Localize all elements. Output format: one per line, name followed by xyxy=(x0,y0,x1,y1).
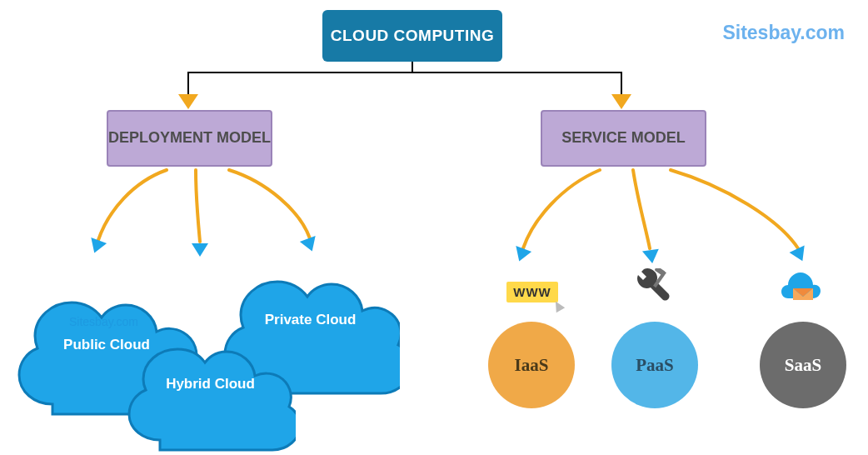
root-title: CLOUD COMPUTING xyxy=(331,28,494,45)
watermark: Sitesbay.com xyxy=(722,22,845,44)
paas-node: PaaS xyxy=(611,322,698,408)
arrowhead-icon xyxy=(611,94,631,109)
service-model-node: SERVICE MODEL xyxy=(541,110,706,167)
connector-line xyxy=(187,72,622,73)
arrowhead-blue-icon xyxy=(642,249,661,265)
deployment-model-node: DEPLOYMENT MODEL xyxy=(107,110,272,167)
paas-label: PaaS xyxy=(636,355,674,376)
cursor-icon xyxy=(551,298,565,312)
service-label: SERVICE MODEL xyxy=(561,130,686,147)
sub-watermark: Sitesbay.com xyxy=(69,315,138,328)
iaas-label: IaaS xyxy=(515,355,549,376)
arrowhead-blue-icon xyxy=(511,246,531,264)
arrowhead-blue-icon xyxy=(87,238,107,256)
arrowhead-blue-icon xyxy=(300,236,320,254)
arrowhead-blue-icon xyxy=(192,243,208,257)
deployment-label: DEPLOYMENT MODEL xyxy=(108,130,271,147)
hybrid-cloud-node: Hybrid Cloud xyxy=(125,333,296,454)
tools-icon xyxy=(633,268,675,307)
connector-line xyxy=(621,72,622,97)
saas-label: SaaS xyxy=(785,355,821,376)
hybrid-cloud-label: Hybrid Cloud xyxy=(125,377,296,392)
connector-line xyxy=(187,72,189,97)
www-icon: WWW xyxy=(500,277,565,307)
private-cloud-label: Private Cloud xyxy=(221,312,400,328)
arrowhead-icon xyxy=(178,94,198,109)
saas-node: SaaS xyxy=(760,322,846,408)
iaas-node: IaaS xyxy=(488,322,575,408)
cloud-mail-icon xyxy=(781,265,823,307)
www-text: WWW xyxy=(513,285,551,299)
arrowhead-blue-icon xyxy=(790,246,811,265)
root-node: CLOUD COMPUTING xyxy=(322,10,502,62)
